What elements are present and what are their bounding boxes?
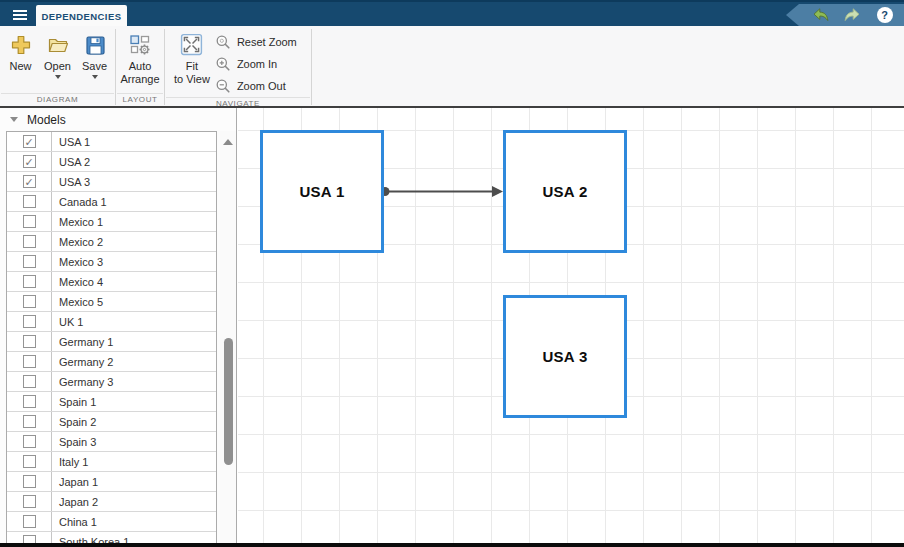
undo-button[interactable] [811, 6, 830, 25]
model-row[interactable]: Germany 2 [7, 352, 216, 372]
model-row[interactable]: ✓ USA 3 [7, 172, 216, 192]
model-row[interactable]: Italy 1 [7, 452, 216, 472]
help-button[interactable]: ? [875, 6, 894, 25]
model-checkbox-cell [7, 532, 52, 543]
model-row[interactable]: Mexico 1 [7, 212, 216, 232]
tab-dependencies[interactable]: DEPENDENCIES [36, 5, 127, 28]
undo-arrow-icon [811, 6, 830, 25]
redo-arrow-icon [843, 6, 862, 25]
model-name: Spain 1 [52, 396, 96, 408]
bottom-edge-bar [0, 543, 904, 547]
model-checkbox[interactable]: ✓ [23, 135, 36, 148]
model-row[interactable]: Canada 1 [7, 192, 216, 212]
model-name: Japan 2 [52, 496, 98, 508]
model-checkbox[interactable] [23, 435, 36, 448]
model-checkbox[interactable] [23, 215, 36, 228]
models-panel-header[interactable]: Models [0, 108, 237, 131]
model-name: UK 1 [52, 316, 83, 328]
model-checkbox[interactable] [23, 355, 36, 368]
model-name: Canada 1 [52, 196, 107, 208]
model-row[interactable]: Germany 1 [7, 332, 216, 352]
model-checkbox-cell [7, 452, 52, 471]
model-checkbox-cell [7, 392, 52, 411]
open-dropdown-caret-icon[interactable] [55, 75, 61, 79]
zoom-button-group: Reset Zoom Zoom In [211, 29, 305, 97]
model-checkbox[interactable] [23, 195, 36, 208]
model-name: USA 1 [52, 136, 90, 148]
scrollbar-thumb[interactable] [224, 338, 233, 465]
model-checkbox-cell [7, 492, 52, 511]
model-checkbox-cell [7, 312, 52, 331]
model-checkbox-cell: ✓ [7, 172, 52, 191]
model-name: Italy 1 [52, 456, 88, 468]
model-checkbox[interactable] [23, 335, 36, 348]
model-row[interactable]: Japan 1 [7, 472, 216, 492]
node-label: USA 1 [299, 183, 344, 200]
model-checkbox-cell: ✓ [7, 132, 52, 151]
model-checkbox[interactable] [23, 315, 36, 328]
model-name: Spain 2 [52, 416, 96, 428]
model-row[interactable]: Mexico 3 [7, 252, 216, 272]
model-checkbox-cell [7, 412, 52, 431]
open-folder-icon [44, 31, 71, 58]
model-checkbox[interactable] [23, 495, 36, 508]
zoom-in-button[interactable]: Zoom In [211, 53, 305, 75]
open-button[interactable]: Open [43, 29, 72, 79]
save-floppy-icon [81, 31, 108, 58]
zoom-in-magnifier-icon [215, 56, 231, 72]
node-label: USA 2 [542, 183, 587, 200]
diagram-node[interactable]: USA 1 [260, 130, 384, 253]
model-checkbox-cell [7, 432, 52, 451]
model-checkbox[interactable] [23, 515, 36, 528]
model-name: China 1 [52, 516, 97, 528]
zoom-out-button[interactable]: Zoom Out [211, 75, 305, 97]
model-checkbox[interactable] [23, 275, 36, 288]
model-row[interactable]: China 1 [7, 512, 216, 532]
model-name: Mexico 3 [52, 256, 103, 268]
model-row[interactable]: Spain 2 [7, 412, 216, 432]
scrollbar-up-arrow-icon[interactable] [223, 139, 233, 145]
toolstrip: New Open [0, 26, 904, 108]
fit-to-view-button[interactable]: Fit to View [173, 29, 211, 86]
model-row[interactable]: Germany 3 [7, 372, 216, 392]
model-checkbox[interactable]: ✓ [23, 155, 36, 168]
collapse-arrow-icon[interactable] [10, 117, 18, 122]
hamburger-menu-button[interactable] [6, 5, 34, 25]
model-checkbox[interactable] [23, 395, 36, 408]
model-checkbox[interactable] [23, 475, 36, 488]
model-row[interactable]: Mexico 4 [7, 272, 216, 292]
auto-arrange-button[interactable]: Auto Arrange [119, 29, 160, 86]
model-checkbox[interactable] [23, 295, 36, 308]
models-scrollbar[interactable] [220, 131, 237, 543]
new-plus-icon [7, 31, 34, 58]
model-checkbox-cell [7, 512, 52, 531]
model-row[interactable]: Japan 2 [7, 492, 216, 512]
model-row[interactable]: South Korea 1 [7, 532, 216, 543]
model-row[interactable]: Mexico 2 [7, 232, 216, 252]
model-checkbox[interactable] [23, 535, 36, 543]
new-button[interactable]: New [6, 29, 35, 79]
model-checkbox-cell [7, 292, 52, 311]
model-checkbox[interactable] [23, 455, 36, 468]
model-checkbox[interactable] [23, 255, 36, 268]
save-button[interactable]: Save [80, 29, 109, 79]
diagram-node[interactable]: USA 3 [503, 295, 627, 418]
model-checkbox[interactable] [23, 375, 36, 388]
model-row[interactable]: Spain 3 [7, 432, 216, 452]
model-row[interactable]: ✓ USA 2 [7, 152, 216, 172]
reset-zoom-button[interactable]: Reset Zoom [211, 31, 305, 53]
redo-button[interactable] [843, 6, 862, 25]
model-row[interactable]: UK 1 [7, 312, 216, 332]
model-checkbox[interactable] [23, 235, 36, 248]
model-row[interactable]: ✓ USA 1 [7, 132, 216, 152]
diagram-canvas[interactable]: USA 1 USA 2 USA 3 [238, 108, 904, 543]
save-dropdown-caret-icon[interactable] [92, 75, 98, 79]
quick-access-toolbar: ? [786, 4, 904, 26]
model-checkbox[interactable] [23, 415, 36, 428]
model-name: Mexico 2 [52, 236, 103, 248]
model-checkbox[interactable]: ✓ [23, 175, 36, 188]
diagram-node[interactable]: USA 2 [503, 130, 627, 253]
model-row[interactable]: Spain 1 [7, 392, 216, 412]
toolbar-section-navigate: Fit to View Reset Zoom [165, 26, 311, 106]
model-row[interactable]: Mexico 5 [7, 292, 216, 312]
